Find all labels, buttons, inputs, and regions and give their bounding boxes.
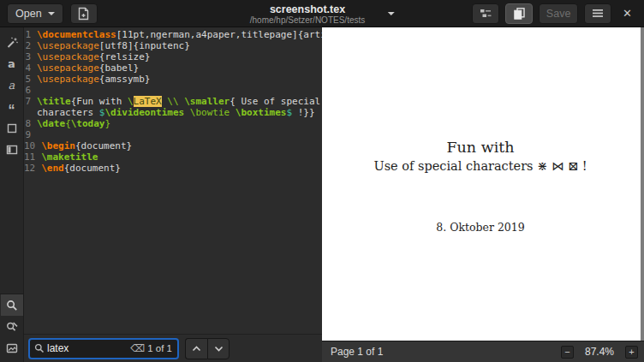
menu-button[interactable] <box>584 3 611 24</box>
window-title-area[interactable]: screenshot.tex /home/hp/Setzer/NOTES/tes… <box>250 0 395 27</box>
open-button[interactable]: Open <box>7 3 63 24</box>
editor-pane: a a “ <box>0 27 322 362</box>
line-number: 3 <box>24 51 37 62</box>
code-line[interactable]: 3\usepackage{relsize} <box>24 51 349 62</box>
image-icon[interactable] <box>1 337 23 359</box>
open-button-label: Open <box>15 8 42 20</box>
new-document-icon <box>77 7 90 21</box>
code-text: \usepackage{amssymb} <box>37 74 150 85</box>
line-number: 9 <box>24 129 37 140</box>
line-number <box>24 107 37 118</box>
code-text: \begin{document} <box>41 140 132 151</box>
code-line[interactable]: 10\begin{document} <box>24 140 349 151</box>
code-text: \maketitle <box>41 151 98 163</box>
chevron-down-icon <box>48 12 55 15</box>
code-text: \usepackage{babel} <box>37 62 139 74</box>
document-title: screenshot.tex <box>250 3 366 15</box>
sidebar: a a “ <box>0 27 24 362</box>
line-number: 8 <box>24 118 37 129</box>
search-field[interactable]: ⌫ 1 of 1 <box>28 338 179 359</box>
code-text: \usepackage[utf8]{inputenc} <box>37 40 190 51</box>
window-close-button[interactable]: ✕ <box>617 7 637 20</box>
line-number: 6 <box>24 85 37 96</box>
line-number: 2 <box>24 40 37 51</box>
line-number: 4 <box>24 62 37 74</box>
pdf-date: 8. Oktober 2019 <box>322 221 639 234</box>
search-bar: ⌫ 1 of 1 ✕ <box>24 334 349 362</box>
hamburger-menu-icon <box>592 9 604 18</box>
document-path: /home/hp/Setzer/NOTES/tests <box>250 15 366 26</box>
magic-wand-icon[interactable] <box>1 32 23 53</box>
pdf-preview-pane: Fun with Use of special characters ⋇ ⋈ ⊠… <box>322 27 644 362</box>
code-line[interactable]: 11\maketitle <box>24 151 349 163</box>
code-text: \end{document} <box>41 163 121 174</box>
next-match-button[interactable] <box>207 338 230 359</box>
code-text: \documentclass[11pt,ngerman,a4paper,titl… <box>37 29 349 40</box>
zoom-level: 87.4% <box>585 346 614 358</box>
code-line[interactable]: 1\documentclass[11pt,ngerman,a4paper,tit… <box>24 29 349 40</box>
pdf-page[interactable]: Fun with Use of special characters ⋇ ⋈ ⊠… <box>322 27 644 341</box>
zoom-out-button[interactable]: − <box>561 346 574 359</box>
italic-a-icon[interactable]: a <box>1 74 23 96</box>
page-status: Page 1 of 1 <box>331 346 383 358</box>
code-text: \usepackage{relsize} <box>37 51 150 62</box>
code-text: characters $\divideontimes \bowtie \boxt… <box>37 107 315 118</box>
line-number: 12 <box>24 163 41 174</box>
plus-icon: + <box>629 347 634 357</box>
preview-pages-icon <box>513 7 526 20</box>
code-line[interactable]: 4\usepackage{babel} <box>24 62 349 74</box>
code-text: \title{Fun with \LaTeX \\ \smaller{ Use … <box>37 96 320 107</box>
new-document-button[interactable] <box>70 3 98 24</box>
pdf-title-line2: Use of special characters ⋇ ⋈ ⊠ ! <box>322 159 639 173</box>
line-number: 10 <box>24 140 41 151</box>
save-button[interactable]: Save <box>539 3 578 24</box>
code-editor[interactable]: 1\documentclass[11pt,ngerman,a4paper,tit… <box>24 27 349 334</box>
line-number: 5 <box>24 74 37 85</box>
line-number: 1 <box>24 29 37 40</box>
document-structure-icon <box>480 8 492 19</box>
previous-match-button[interactable] <box>185 338 207 359</box>
title-chevron-down-icon <box>387 12 394 15</box>
clear-search-icon[interactable]: ⌫ <box>130 342 145 354</box>
frame-icon[interactable] <box>1 139 23 160</box>
box-icon[interactable] <box>1 117 23 139</box>
search-icon[interactable] <box>1 294 23 316</box>
code-line[interactable]: 8\date{\today} <box>24 118 349 129</box>
header-bar: Open screenshot.tex /home/hp/Setzer/NOTE… <box>0 0 644 27</box>
close-icon: ✕ <box>623 7 632 20</box>
chevron-down-icon <box>214 346 224 352</box>
preview-status-bar: Page 1 of 1 − 87.4% + <box>322 341 644 362</box>
code-text: \date{\today} <box>37 118 110 129</box>
preview-scrollbar[interactable] <box>641 27 644 341</box>
chevron-up-icon <box>192 346 201 352</box>
code-line[interactable]: 12\end{document} <box>24 163 349 174</box>
find-replace-icon[interactable] <box>1 316 23 337</box>
code-line[interactable]: 9 <box>24 129 349 140</box>
document-structure-button[interactable] <box>472 3 499 24</box>
search-magnifier-icon <box>34 343 45 353</box>
preview-toggle-button[interactable] <box>505 3 533 24</box>
code-line[interactable]: 5\usepackage{amssymb} <box>24 74 349 85</box>
code-line[interactable]: 6 <box>24 85 349 96</box>
code-line[interactable]: 7\title{Fun with \LaTeX \\ \smaller{ Use… <box>24 96 349 107</box>
quotes-icon[interactable]: “ <box>1 96 23 117</box>
minus-icon: − <box>564 347 569 357</box>
search-match-count: 1 of 1 <box>147 343 173 353</box>
code-line[interactable]: characters $\divideontimes \bowtie \boxt… <box>24 107 349 118</box>
line-number: 11 <box>24 151 41 163</box>
zoom-in-button[interactable]: + <box>625 346 638 359</box>
code-line[interactable]: 2\usepackage[utf8]{inputenc} <box>24 40 349 51</box>
search-input[interactable] <box>47 342 128 354</box>
pdf-title-line1: Fun with <box>322 139 639 156</box>
bold-a-icon[interactable]: a <box>1 53 23 74</box>
save-button-label: Save <box>546 8 571 20</box>
line-number: 7 <box>24 96 37 107</box>
